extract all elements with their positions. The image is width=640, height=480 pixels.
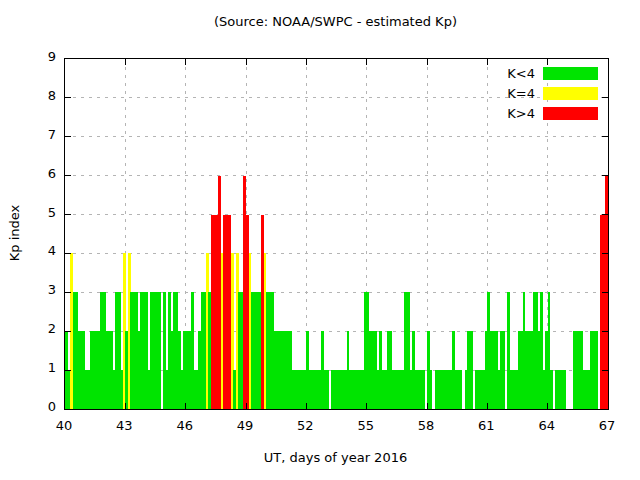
x-tick-label-40: 40: [44, 418, 84, 433]
y-tick-label-8: 8: [16, 88, 56, 103]
x-tick-mark: [306, 403, 307, 409]
legend-row-klt4: K<4: [507, 63, 598, 83]
y-tick-mark: [602, 253, 608, 254]
y-tick-label-4: 4: [16, 243, 56, 258]
gridline-y5: [65, 214, 608, 215]
x-tick-mark: [246, 59, 247, 65]
y-tick-mark: [65, 97, 71, 98]
legend-swatch-green: [543, 67, 598, 80]
kp-bar: [430, 370, 433, 409]
y-tick-mark: [65, 214, 71, 215]
kp-bar: [595, 331, 598, 409]
x-tick-label-49: 49: [225, 418, 265, 433]
x-tick-mark: [125, 59, 126, 65]
kp-bar: [158, 292, 161, 409]
y-tick-mark: [602, 175, 608, 176]
x-tick-mark: [366, 403, 367, 409]
x-tick-label-46: 46: [165, 418, 205, 433]
y-tick-label-6: 6: [16, 166, 56, 181]
kp-bar: [502, 331, 505, 409]
legend-label-klt4: K<4: [507, 66, 535, 81]
x-tick-label-61: 61: [466, 418, 506, 433]
legend-swatch-red: [543, 107, 598, 120]
legend-label-keq4: K=4: [507, 86, 535, 101]
x-tick-mark: [125, 403, 126, 409]
x-tick-mark: [185, 403, 186, 409]
x-tick-mark: [306, 59, 307, 65]
kp-bar: [460, 370, 463, 409]
x-tick-mark: [185, 59, 186, 65]
y-tick-label-1: 1: [16, 360, 56, 375]
kp-bar: [422, 370, 425, 409]
y-tick-label-7: 7: [16, 127, 56, 142]
legend-swatch-yellow: [543, 87, 598, 100]
x-tick-label-58: 58: [406, 418, 446, 433]
gridline-y4: [65, 253, 608, 254]
chart-title: (Source: NOAA/SWPC - estimated Kp): [64, 14, 607, 29]
y-tick-label-9: 9: [16, 49, 56, 64]
y-tick-mark: [65, 253, 71, 254]
y-tick-mark: [65, 331, 71, 332]
kp-bar: [563, 370, 566, 409]
y-tick-label-2: 2: [16, 321, 56, 336]
x-tick-mark: [487, 59, 488, 65]
y-tick-label-3: 3: [16, 282, 56, 297]
x-tick-label-67: 67: [587, 418, 627, 433]
x-axis-title: UT, days of year 2016: [64, 450, 607, 465]
y-tick-mark: [65, 292, 71, 293]
x-tick-label-64: 64: [527, 418, 567, 433]
kp-index-chart: (Source: NOAA/SWPC - estimated Kp) Kp in…: [0, 0, 640, 480]
x-tick-mark: [246, 403, 247, 409]
y-tick-mark: [65, 370, 71, 371]
y-tick-label-5: 5: [16, 205, 56, 220]
legend: K<4 K=4 K>4: [507, 63, 598, 123]
x-tick-mark: [427, 59, 428, 65]
x-tick-label-52: 52: [285, 418, 325, 433]
x-tick-label-55: 55: [346, 418, 386, 433]
x-tick-label-43: 43: [104, 418, 144, 433]
y-tick-label-0: 0: [16, 399, 56, 414]
gridline-y6: [65, 175, 608, 176]
y-tick-mark: [602, 370, 608, 371]
legend-row-keq4: K=4: [507, 83, 598, 103]
x-tick-mark: [427, 403, 428, 409]
legend-row-kgt4: K>4: [507, 103, 598, 123]
legend-label-kgt4: K>4: [507, 106, 535, 121]
gridline-y7: [65, 136, 608, 137]
y-tick-mark: [65, 175, 71, 176]
x-tick-mark: [487, 403, 488, 409]
x-tick-mark: [547, 403, 548, 409]
y-tick-mark: [602, 214, 608, 215]
kp-bar: [550, 370, 553, 409]
y-tick-mark: [602, 292, 608, 293]
kp-bar: [326, 370, 329, 409]
y-tick-mark: [65, 136, 71, 137]
plot-area: K<4 K=4 K>4: [64, 58, 609, 410]
x-tick-mark: [366, 59, 367, 65]
y-tick-mark: [602, 97, 608, 98]
y-tick-mark: [602, 136, 608, 137]
kp-bar: [470, 331, 473, 409]
y-tick-mark: [602, 331, 608, 332]
